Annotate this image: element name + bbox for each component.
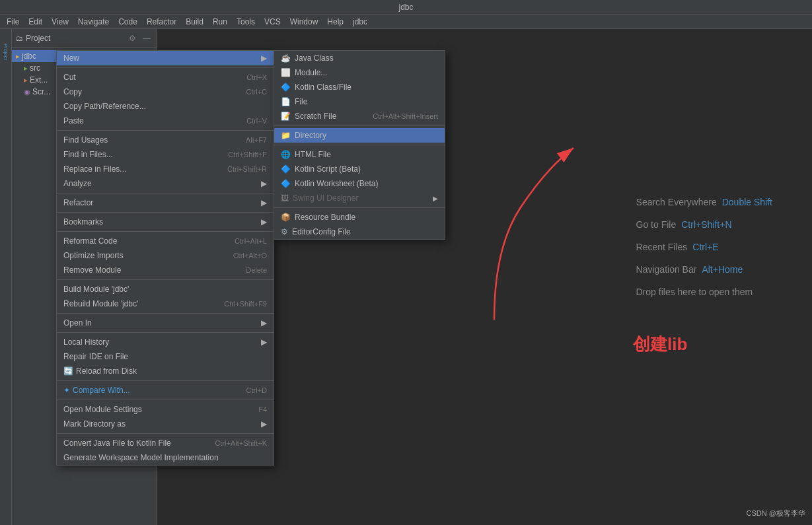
ctx-shortcut: Ctrl+Alt+L <box>235 237 267 245</box>
sub-item-java-class[interactable]: ☕Java Class <box>274 51 445 65</box>
menu-item-navigate[interactable]: Navigate <box>74 16 113 28</box>
sub-item-module[interactable]: ⬜Module... <box>274 65 445 80</box>
sub-item-icon: 🌐 <box>281 150 291 159</box>
sub-item-resource-bundle[interactable]: 📦Resource Bundle <box>274 210 445 225</box>
panel-settings-btn[interactable]: ⚙ <box>127 33 138 44</box>
sub-item-html-file[interactable]: 🌐HTML File <box>274 147 445 162</box>
ctx-item-reformat[interactable]: Reformat CodeCtrl+Alt+L <box>57 234 274 248</box>
ctx-separator <box>57 380 274 381</box>
ctx-label: Generate Workspace Model Implementation <box>63 453 267 462</box>
menu-item-vcs[interactable]: VCS <box>260 16 285 28</box>
ctx-arrow-icon: ▶ <box>261 179 267 188</box>
ctx-item-reload-disk[interactable]: 🔄Reload from Disk <box>57 364 274 378</box>
ctx-item-copy[interactable]: CopyCtrl+C <box>57 85 274 99</box>
menu-item-run[interactable]: Run <box>209 16 231 28</box>
ctx-item-refactor[interactable]: Refactor▶ <box>57 195 274 210</box>
ctx-item-find-in-files[interactable]: Find in Files...Ctrl+Shift+F <box>57 147 274 162</box>
ctx-shortcut: Delete <box>246 266 267 274</box>
ctx-item-remove-module[interactable]: Remove ModuleDelete <box>57 263 274 277</box>
sub-item-label: Module... <box>295 68 438 77</box>
ctx-item-find-usages[interactable]: Find UsagesAlt+F7 <box>57 133 274 147</box>
ctx-label: Bookmarks <box>63 217 258 227</box>
ctx-item-local-history[interactable]: Local History▶ <box>57 335 274 349</box>
menu-item-file[interactable]: File <box>3 16 23 28</box>
hint-key: Alt+Home <box>702 264 743 275</box>
hint-row: Search EverywhereDouble Shift <box>636 197 772 207</box>
ctx-item-repair-ide[interactable]: Repair IDE on File <box>57 349 274 364</box>
ctx-shortcut: Ctrl+Shift+F9 <box>224 300 267 308</box>
ctx-separator <box>57 400 274 400</box>
sub-item-icon: ⬜ <box>281 68 291 77</box>
ctx-label: Copy <box>63 87 241 96</box>
ctx-label: Reformat Code <box>63 236 229 246</box>
ctx-label: New <box>63 53 258 63</box>
ctx-label: Remove Module <box>63 265 240 275</box>
menu-item-code[interactable]: Code <box>114 16 141 28</box>
ctx-item-convert-java[interactable]: Convert Java File to Kotlin FileCtrl+Alt… <box>57 436 274 450</box>
sub-item-file[interactable]: 📄File <box>274 94 445 109</box>
sub-item-directory[interactable]: 📁Directory <box>274 128 445 143</box>
sub-item-kotlin-class[interactable]: 🔷Kotlin Class/File <box>274 80 445 94</box>
submenu-new: ☕Java Class⬜Module...🔷Kotlin Class/File📄… <box>274 50 445 240</box>
ctx-item-replace-in-files[interactable]: Replace in Files...Ctrl+Shift+R <box>57 162 274 176</box>
ctx-item-open-module-settings[interactable]: Open Module SettingsF4 <box>57 402 274 417</box>
ctx-item-cut[interactable]: CutCtrl+X <box>57 70 274 85</box>
sub-item-swing-ui: 🖼Swing UI Designer▶ <box>274 191 445 205</box>
ctx-separator <box>57 67 274 68</box>
menu-item-jdbc[interactable]: jdbc <box>349 16 371 28</box>
sub-item-label: HTML File <box>295 150 438 159</box>
ctx-arrow-icon: ▶ <box>261 318 267 328</box>
sub-item-icon: ⚙ <box>281 227 288 236</box>
ctx-item-bookmarks[interactable]: Bookmarks▶ <box>57 215 274 229</box>
hint-label: Go to File <box>636 219 677 230</box>
ctx-item-compare-with[interactable]: ✦Compare With...Ctrl+D <box>57 383 274 398</box>
sub-item-label: Kotlin Script (Beta) <box>295 164 438 174</box>
ctx-shortcut: Ctrl+Alt+O <box>233 252 267 260</box>
hint-label: Drop files here to open them <box>636 287 753 297</box>
ctx-item-copy-path[interactable]: Copy Path/Reference... <box>57 99 274 114</box>
ctx-label: Optimize Imports <box>63 251 228 260</box>
sidebar-icon-strip: Project <box>0 29 12 525</box>
ctx-item-analyze[interactable]: Analyze▶ <box>57 176 274 191</box>
sub-item-icon: ☕ <box>281 53 291 63</box>
ctx-item-mark-directory[interactable]: Mark Directory as▶ <box>57 417 274 431</box>
ctx-item-build-module[interactable]: Build Module 'jdbc' <box>57 282 274 297</box>
sub-item-scratch-file[interactable]: 📝Scratch FileCtrl+Alt+Shift+Insert <box>274 109 445 123</box>
sub-item-icon: 📝 <box>281 112 291 121</box>
project-panel-header: 🗂 Project ⚙ — <box>12 29 157 48</box>
sub-item-kotlin-script[interactable]: 🔷Kotlin Script (Beta) <box>274 162 445 176</box>
menu-item-window[interactable]: Window <box>286 16 322 28</box>
context-menu: New▶CutCtrl+XCopyCtrl+CCopy Path/Referen… <box>56 50 274 466</box>
ctx-shortcut: Ctrl+D <box>246 386 267 394</box>
sub-item-label: Resource Bundle <box>295 213 438 222</box>
sub-item-kotlin-worksheet[interactable]: 🔷Kotlin Worksheet (Beta) <box>274 176 445 191</box>
sub-separator <box>274 207 445 208</box>
ctx-label: Mark Directory as <box>63 419 258 429</box>
sub-item-editorconfig[interactable]: ⚙EditorConfig File <box>274 225 445 239</box>
hint-row: Go to FileCtrl+Shift+N <box>636 219 772 230</box>
hint-row: Drop files here to open them <box>636 287 772 297</box>
menu-item-build[interactable]: Build <box>182 16 207 28</box>
menu-item-view[interactable]: View <box>48 16 73 28</box>
ctx-item-rebuild-module[interactable]: Rebuild Module 'jdbc'Ctrl+Shift+F9 <box>57 297 274 311</box>
panel-collapse-btn[interactable]: — <box>141 33 153 44</box>
project-sidebar-icon[interactable]: Project <box>1 32 11 71</box>
sub-item-shortcut: Ctrl+Alt+Shift+Insert <box>373 112 438 120</box>
ctx-item-open-in[interactable]: Open In▶ <box>57 316 274 330</box>
menu-item-refactor[interactable]: Refactor <box>143 16 180 28</box>
ctx-separator <box>57 433 274 434</box>
sub-item-icon: 🔷 <box>281 179 291 188</box>
ctx-item-generate-workspace[interactable]: Generate Workspace Model Implementation <box>57 450 274 465</box>
ctx-item-new[interactable]: New▶ <box>57 51 274 65</box>
sub-separator <box>274 145 445 145</box>
ctx-item-paste[interactable]: PasteCtrl+V <box>57 114 274 128</box>
menu-item-help[interactable]: Help <box>323 16 348 28</box>
menu-item-edit[interactable]: Edit <box>24 16 46 28</box>
ctx-item-optimize-imports[interactable]: Optimize ImportsCtrl+Alt+O <box>57 248 274 263</box>
ctx-separator <box>57 231 274 232</box>
ctx-label: Reload from Disk <box>76 367 267 376</box>
ctx-arrow-icon: ▶ <box>261 337 267 347</box>
project-panel-title: Project <box>26 34 124 43</box>
menu-item-tools[interactable]: Tools <box>233 16 259 28</box>
ctx-separator <box>57 279 274 280</box>
